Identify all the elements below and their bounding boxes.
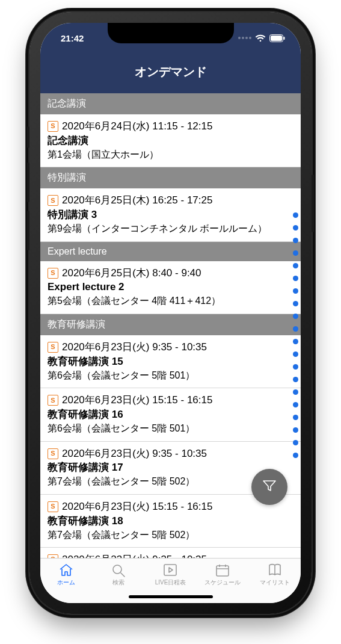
content-area: 記念講演S2020年6月24日(水) 11:15 - 12:15記念講演第1会場… bbox=[40, 93, 301, 558]
tab-label: ホーム bbox=[57, 578, 75, 587]
wifi-icon bbox=[255, 34, 266, 42]
home-icon bbox=[58, 563, 74, 577]
tab-label: スケジュール bbox=[204, 578, 241, 587]
svg-rect-4 bbox=[164, 565, 176, 575]
session-place: 第5会場（会議センター 4階 411＋412） bbox=[48, 294, 293, 308]
status-time: 21:42 bbox=[61, 33, 84, 43]
session-badge-icon: S bbox=[48, 121, 58, 132]
session-badge-icon: S bbox=[48, 395, 58, 406]
session-title: Expert lecture 2 bbox=[48, 280, 293, 294]
session-datetime: 2020年6月23日(火) 15:15 - 16:15 bbox=[62, 393, 212, 407]
session-place: 第6会場（会議センター 5階 501） bbox=[48, 422, 293, 435]
tab-home[interactable]: ホーム bbox=[40, 559, 93, 603]
session-title: 教育研修講演 17 bbox=[48, 461, 293, 475]
svg-rect-2 bbox=[284, 37, 285, 40]
session-title: 教育研修講演 18 bbox=[48, 515, 293, 528]
session-datetime: 2020年6月23日(火) 9:35 - 10:35 bbox=[62, 447, 207, 461]
session-row[interactable]: S2020年6月25日(木) 8:40 - 9:40Expert lecture… bbox=[40, 261, 301, 314]
session-row[interactable]: S2020年6月23日(火) 15:15 - 16:15教育研修講演 16第6会… bbox=[40, 388, 301, 441]
session-row[interactable]: S2020年6月25日(木) 16:25 - 17:25特別講演 3第9会場（イ… bbox=[40, 188, 301, 241]
svg-rect-1 bbox=[271, 36, 282, 41]
more-dots-icon bbox=[238, 37, 251, 39]
session-datetime: 2020年6月25日(木) 16:25 - 17:25 bbox=[62, 193, 212, 208]
play-icon bbox=[162, 563, 178, 577]
session-badge-icon: S bbox=[48, 268, 58, 279]
tab-label: マイリスト bbox=[260, 578, 290, 587]
session-place: 第7会場（会議センター 5階 502） bbox=[48, 528, 293, 542]
notch bbox=[108, 23, 234, 43]
book-icon bbox=[267, 563, 283, 577]
filter-button[interactable] bbox=[251, 469, 287, 505]
session-title: 教育研修講演 16 bbox=[48, 408, 293, 422]
session-row[interactable]: S2020年6月23日(火) 9:35 - 10:35教育研修講演 19第8会場… bbox=[40, 548, 301, 558]
session-row[interactable]: S2020年6月23日(火) 9:35 - 10:35教育研修講演 15第6会場… bbox=[40, 335, 301, 388]
screen: 21:42 オンデマンド bbox=[40, 23, 301, 603]
calendar-icon bbox=[215, 563, 230, 577]
tab-label: LIVE日程表 bbox=[155, 578, 186, 587]
section-index[interactable] bbox=[293, 212, 298, 458]
session-title: 教育研修講演 15 bbox=[48, 355, 293, 369]
session-badge-icon: S bbox=[48, 501, 58, 512]
power-button bbox=[312, 175, 314, 232]
funnel-icon bbox=[261, 477, 278, 497]
session-place: 第1会場（国立大ホール） bbox=[48, 148, 293, 161]
session-title: 特別講演 3 bbox=[48, 208, 293, 222]
session-datetime: 2020年6月23日(火) 15:15 - 16:15 bbox=[62, 500, 212, 514]
volume-up-button bbox=[27, 163, 29, 202]
battery-icon bbox=[269, 34, 285, 42]
session-datetime: 2020年6月25日(木) 8:40 - 9:40 bbox=[62, 266, 201, 280]
session-datetime: 2020年6月24日(水) 11:15 - 12:15 bbox=[62, 119, 212, 134]
session-badge-icon: S bbox=[48, 195, 58, 206]
mute-switch bbox=[27, 126, 29, 148]
session-datetime: 2020年6月23日(火) 9:35 - 10:35 bbox=[62, 553, 207, 558]
nav-bar: オンデマンド bbox=[40, 53, 301, 93]
section-header: 記念講演 bbox=[40, 93, 301, 114]
svg-point-3 bbox=[113, 565, 121, 574]
home-indicator[interactable] bbox=[129, 595, 213, 598]
volume-down-button bbox=[27, 211, 29, 250]
search-icon bbox=[111, 563, 126, 577]
session-badge-icon: S bbox=[48, 448, 58, 459]
section-header: 特別講演 bbox=[40, 167, 301, 188]
session-badge-icon: S bbox=[48, 342, 58, 353]
session-datetime: 2020年6月23日(火) 9:35 - 10:35 bbox=[62, 340, 207, 355]
session-place: 第6会場（会議センター 5階 501） bbox=[48, 369, 293, 382]
session-place: 第9会場（インターコンチネンタル ボールルーム） bbox=[48, 222, 293, 235]
section-header: Expert lecture bbox=[40, 242, 301, 261]
session-row[interactable]: S2020年6月24日(水) 11:15 - 12:15記念講演第1会場（国立大… bbox=[40, 114, 301, 167]
session-title: 記念講演 bbox=[48, 134, 293, 148]
tab-label: 検索 bbox=[112, 578, 124, 587]
phone-frame: 21:42 オンデマンド bbox=[29, 12, 312, 614]
tab-book[interactable]: マイリスト bbox=[248, 559, 301, 603]
section-header: 教育研修講演 bbox=[40, 314, 301, 335]
status-right bbox=[238, 34, 285, 42]
svg-rect-5 bbox=[217, 566, 229, 576]
page-title: オンデマンド bbox=[135, 65, 207, 78]
